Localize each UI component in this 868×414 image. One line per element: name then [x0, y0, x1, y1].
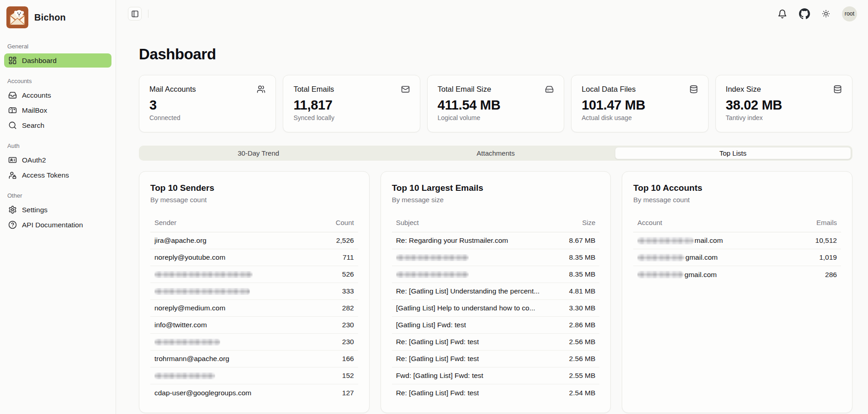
user-lock-icon	[8, 171, 17, 179]
row-value: 2.86 MB	[564, 321, 596, 329]
stat-subtext: Logical volume	[438, 114, 554, 121]
nav-section-other: Other Settings API Documentation	[0, 192, 116, 232]
column-header: Account	[637, 219, 662, 226]
row-label: cdap-user@googlegroups.com	[154, 389, 251, 397]
accounts-table: Account Emails mail.com10,512gmail.com1,…	[633, 216, 841, 283]
card-title: Top 10 Largest Emails	[392, 183, 600, 193]
table-row: Re: [Gatling List] Fwd: test2.56 MB	[392, 334, 600, 351]
card-subtitle: By message count	[150, 196, 358, 204]
table-header: Sender Count	[150, 216, 358, 232]
row-label-cell	[154, 271, 253, 278]
table-header: Subject Size	[392, 216, 600, 232]
row-label: Re: [Gatling List] Fwd: test	[396, 389, 479, 397]
row-value: 286	[820, 271, 837, 279]
table-row: Re: Regarding your Rustmailer.com8.67 MB	[392, 232, 600, 249]
nav-section-accounts: Accounts Accounts MailBox Search	[0, 78, 116, 132]
stat-subtext: Synced locally	[293, 114, 409, 121]
row-label: [Gatling List] Fwd: test	[396, 321, 466, 329]
card-title: Top 10 Senders	[150, 183, 358, 193]
row-label: gmail.com	[684, 271, 717, 279]
sidebar-item-search[interactable]: Search	[4, 118, 111, 132]
table-row: 333	[150, 283, 358, 300]
sidebar-item-settings[interactable]: Settings	[4, 203, 111, 217]
brand-name: Bichon	[34, 12, 66, 23]
dashboard-content: Dashboard Mail Accounts 3 Connected Tota…	[116, 27, 868, 414]
row-label: Re: [Gatling List] Fwd: test	[396, 338, 479, 346]
row-label: trohrmann@apache.org	[154, 355, 229, 363]
row-value: 2.56 MB	[564, 338, 596, 346]
row-value: 333	[337, 287, 354, 295]
sidebar-item-mailbox[interactable]: MailBox	[4, 103, 111, 117]
table-row: 8.35 MB	[392, 249, 600, 266]
sidebar-item-dashboard[interactable]: Dashboard	[4, 53, 111, 68]
row-label-cell: cdap-user@googlegroups.com	[154, 389, 251, 397]
column-header: Emails	[816, 219, 837, 226]
stat-value: 3	[149, 98, 265, 113]
table-body: jira@apache.org2,526noreply@youtube.com7…	[150, 232, 358, 401]
page-title: Dashboard	[139, 46, 852, 63]
bichon-logo-icon	[6, 6, 28, 28]
redacted-text	[637, 254, 684, 261]
sidebar-item-api-documentation[interactable]: API Documentation	[4, 218, 111, 232]
column-header: Count	[336, 219, 354, 226]
theme-toggle-button[interactable]	[822, 10, 830, 18]
stat-card-total-email-size: Total Email Size 411.54 MB Logical volum…	[427, 75, 564, 132]
stat-card-total-emails: Total Emails 11,817 Synced locally	[283, 75, 420, 132]
tab-top-lists[interactable]: Top Lists	[615, 147, 851, 159]
redacted-text	[154, 339, 220, 346]
row-value: 2,526	[331, 236, 354, 245]
hard-drive-icon	[545, 85, 554, 94]
sidebar-item-label: OAuth2	[22, 156, 46, 164]
table-row: jira@apache.org2,526	[150, 232, 358, 249]
nav-section-label: Accounts	[0, 78, 116, 84]
table-row: gmail.com286	[633, 266, 841, 283]
sidebar-item-label: API Documentation	[22, 221, 83, 229]
row-label: noreply@medium.com	[154, 304, 225, 312]
row-label-cell: [Gatling List] Help to understand how to…	[396, 304, 535, 312]
row-label-cell	[396, 254, 469, 261]
row-label-cell: Re: [Gatling List] Fwd: test	[396, 338, 479, 346]
row-label: [Gatling List] Help to understand how to…	[396, 304, 535, 312]
row-value: 2.55 MB	[564, 372, 596, 380]
stat-value: 38.02 MB	[726, 98, 842, 113]
row-label: info@twitter.com	[154, 321, 207, 329]
row-value: 230	[337, 338, 354, 346]
row-label: Re: Regarding your Rustmailer.com	[396, 236, 508, 245]
panel-left-icon	[131, 10, 139, 18]
gear-icon	[8, 205, 17, 214]
user-avatar[interactable]: root	[842, 6, 857, 21]
table-row: info@twitter.com230	[150, 317, 358, 334]
stat-value: 11,817	[293, 98, 409, 113]
topbar-divider	[148, 10, 148, 18]
row-value: 127	[337, 389, 354, 397]
sidebar-toggle-button[interactable]	[128, 7, 142, 21]
row-label-cell: mail.com	[637, 236, 723, 245]
table-row: 152	[150, 367, 358, 384]
tab-30-day-trend[interactable]: 30-Day Trend	[140, 147, 376, 159]
mail-icon	[401, 85, 410, 94]
row-value: 711	[337, 253, 354, 262]
sidebar-item-accounts[interactable]: Accounts	[4, 88, 111, 102]
table-row: [Gatling List] Help to understand how to…	[392, 300, 600, 317]
stat-label: Local Data Files	[582, 85, 635, 94]
tab-attachments[interactable]: Attachments	[377, 147, 614, 159]
table-row: 230	[150, 334, 358, 351]
github-button[interactable]	[799, 8, 810, 19]
nav-section-label: General	[0, 43, 116, 50]
stat-card-local-data-files: Local Data Files 101.47 MB Actual disk u…	[571, 75, 708, 132]
row-value: 1,019	[814, 253, 837, 262]
table-row: noreply@youtube.com711	[150, 249, 358, 266]
row-label-cell: [Gatling List] Fwd: test	[396, 321, 466, 329]
stat-label: Mail Accounts	[149, 85, 196, 94]
nav-section-label: Other	[0, 192, 116, 199]
table-row: cdap-user@googlegroups.com127	[150, 384, 358, 401]
notifications-button[interactable]	[778, 9, 787, 19]
sidebar-item-access-tokens[interactable]: Access Tokens	[4, 168, 111, 182]
stat-subtext: Tantivy index	[726, 114, 842, 121]
nav-section-general: General Dashboard	[0, 43, 116, 68]
stat-card-index-size: Index Size 38.02 MB Tantivy index	[715, 75, 852, 132]
table-body: mail.com10,512gmail.com1,019gmail.com286	[633, 232, 841, 283]
sidebar-item-oauth2[interactable]: OAuth2	[4, 153, 111, 167]
row-value: 282	[337, 304, 354, 312]
row-value: 152	[337, 372, 354, 380]
